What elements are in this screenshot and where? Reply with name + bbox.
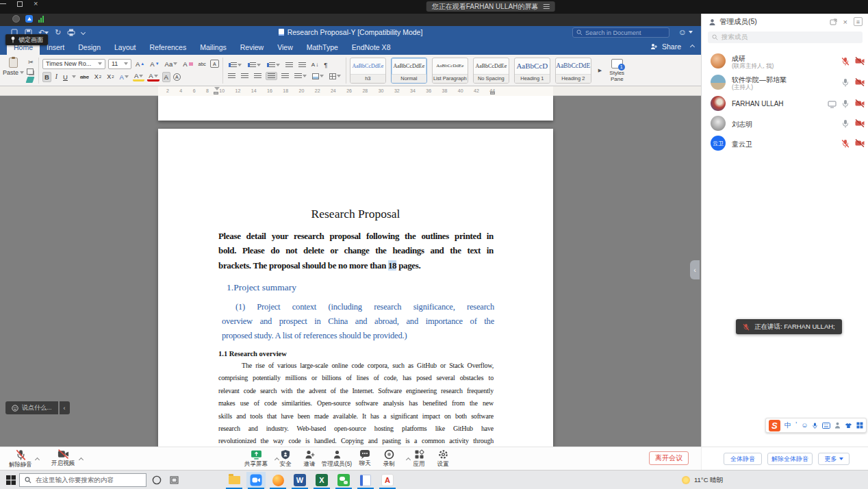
cut-button[interactable]: ✂	[27, 58, 35, 66]
enclose-char-button[interactable]: A	[173, 73, 181, 81]
underline-caret-icon[interactable]	[72, 75, 76, 78]
paste-button[interactable]: Paste	[3, 58, 24, 83]
align-center-button[interactable]	[240, 73, 250, 79]
camera-off-icon[interactable]	[855, 99, 865, 108]
italic-button[interactable]: I	[54, 73, 59, 81]
watching-banner[interactable]: 您正在观看FARHAN ULLAH的屏幕	[426, 1, 555, 12]
member-row[interactable]: 云卫 童云卫	[702, 134, 868, 153]
cortana-icon[interactable]	[152, 475, 162, 485]
camera-off-icon[interactable]	[855, 78, 865, 86]
member-row[interactable]: FARHAN ULLAH	[702, 94, 868, 114]
distribute-button[interactable]	[280, 73, 290, 79]
ruler[interactable]: 2 4 6 8 10 12 14 16 18 20 22 24 26 28 30…	[0, 86, 701, 96]
style-heading2[interactable]: AaBbCcDdEHeading 2	[555, 58, 591, 84]
taskbar-app-notes[interactable]	[356, 472, 375, 488]
leave-meeting-button[interactable]: 离开会议	[649, 451, 689, 465]
camera-off-icon[interactable]	[855, 119, 865, 127]
doc-search-box[interactable]: Search in Document	[572, 27, 669, 38]
share-button[interactable]: Share	[662, 42, 681, 51]
taskbar-app-firefox[interactable]	[268, 472, 288, 488]
tab-endnote[interactable]: EndNote X8	[345, 40, 398, 55]
format-painter-icon[interactable]	[26, 77, 35, 83]
emoji-icon[interactable]: ☺	[801, 422, 808, 429]
font-size-select[interactable]: 11	[108, 59, 131, 69]
panel-collapse-handle[interactable]: ‹	[690, 260, 700, 279]
taskbar-app-excel[interactable]: X	[312, 472, 331, 488]
bullet-list-button[interactable]	[227, 62, 243, 68]
start-button[interactable]	[6, 475, 16, 485]
input-mode-indicator[interactable]: 中	[784, 422, 791, 429]
highlight-button[interactable]: A	[133, 73, 144, 82]
more-button[interactable]: 更多	[818, 453, 850, 465]
style-list-paragraph[interactable]: AaBbCcDdEeList Paragraph	[432, 58, 468, 84]
page-previous[interactable]	[158, 96, 553, 121]
keyboard-icon[interactable]	[822, 423, 830, 429]
panel-close-icon[interactable]: ×	[843, 18, 847, 26]
mic-icon[interactable]	[841, 119, 850, 128]
clear-format-button[interactable]: A	[181, 60, 194, 68]
ribbon-collapse-icon[interactable]	[690, 44, 695, 49]
sogou-input-bar[interactable]: S 中 ’ ☺	[765, 418, 867, 433]
shading-fill-button[interactable]	[311, 73, 325, 80]
chat-collapse-icon[interactable]: ‹	[60, 401, 70, 414]
taskbar-app-pdf-reader[interactable]: A	[378, 472, 397, 488]
camera-off-icon[interactable]	[855, 139, 865, 147]
sogou-logo-icon[interactable]: S	[769, 420, 780, 431]
style-no-spacing[interactable]: AaBbCcDdEeNo Spacing	[473, 58, 509, 84]
taskbar-app-file-explorer[interactable]	[225, 472, 244, 488]
shading-button[interactable]: A	[162, 72, 170, 82]
minimize-icon[interactable]	[0, 3, 6, 4]
align-left-button[interactable]	[227, 73, 237, 79]
skin-person-icon[interactable]	[834, 422, 841, 429]
first-line-indent-marker[interactable]	[214, 87, 220, 90]
change-case-button[interactable]: Aa	[164, 60, 179, 68]
close-icon[interactable]: ×	[34, 0, 38, 8]
taskbar-app-wechat[interactable]	[334, 472, 353, 488]
text-effects-button[interactable]: A	[118, 73, 130, 82]
taskbar-search[interactable]: 在这里输入你要搜索的内容	[19, 473, 146, 487]
feedback-smiley[interactable]: ☺	[678, 27, 693, 37]
right-indent-marker[interactable]	[490, 92, 495, 95]
panel-menu-icon[interactable]: ≡	[854, 17, 863, 26]
member-row[interactable]: 成研 (联席主持人, 我)	[702, 51, 868, 71]
multilevel-list-button[interactable]	[265, 62, 281, 68]
styles-pane-button[interactable]: 1 Styles Pane	[607, 59, 627, 82]
tab-mailings[interactable]: Mailings	[193, 40, 233, 55]
mic-icon[interactable]	[841, 99, 850, 108]
style-heading1[interactable]: AaBbCcDHeading 1	[514, 58, 550, 84]
taskbar-app-tencent-meeting[interactable]	[246, 472, 266, 488]
page[interactable]: Research Proposal Please detail your res…	[158, 129, 553, 447]
indent-button[interactable]	[297, 62, 307, 68]
borders-button[interactable]	[328, 73, 342, 80]
pilcrow-button[interactable]: ¶	[322, 60, 329, 69]
bold-button[interactable]: B	[42, 72, 51, 82]
unmute-all-button[interactable]: 解除全体静音	[767, 453, 813, 465]
mute-all-button[interactable]: 全体静音	[724, 453, 762, 465]
tab-review[interactable]: Review	[233, 40, 270, 55]
underline-button[interactable]: U	[62, 73, 69, 82]
maximize-icon[interactable]	[17, 1, 23, 7]
punctuation-icon[interactable]: ’	[795, 422, 797, 429]
line-spacing-button[interactable]	[293, 73, 308, 79]
popout-icon[interactable]	[830, 18, 837, 25]
tab-design[interactable]: Design	[71, 40, 107, 55]
camera-off-icon[interactable]	[855, 57, 865, 65]
styles-more-icon[interactable]: ▶	[598, 68, 602, 73]
left-indent-marker[interactable]	[214, 92, 218, 95]
style-normal[interactable]: AaBbCcDdEeNormal	[391, 58, 427, 84]
unmute-button[interactable]: 解除静音	[1, 449, 40, 469]
superscript-button[interactable]: X2	[105, 73, 115, 81]
skin-shirt-icon[interactable]	[845, 423, 852, 429]
number-list-button[interactable]	[246, 62, 262, 68]
tab-references[interactable]: References	[143, 40, 194, 55]
quick-chat-bubble[interactable]: 说点什么... ‹	[5, 401, 70, 414]
justify-button[interactable]	[266, 72, 277, 80]
tab-view[interactable]: View	[270, 40, 300, 55]
tab-layout[interactable]: Layout	[107, 40, 143, 55]
strikethrough-button[interactable]: abc	[79, 73, 90, 81]
tab-mathtype[interactable]: MathType	[300, 40, 345, 55]
align-right-button[interactable]	[253, 73, 263, 79]
member-search-box[interactable]: 搜索成员	[708, 32, 863, 43]
toolbox-grid-icon[interactable]	[856, 422, 863, 429]
weather-widget[interactable]: 11°C 晴朗	[682, 471, 723, 489]
